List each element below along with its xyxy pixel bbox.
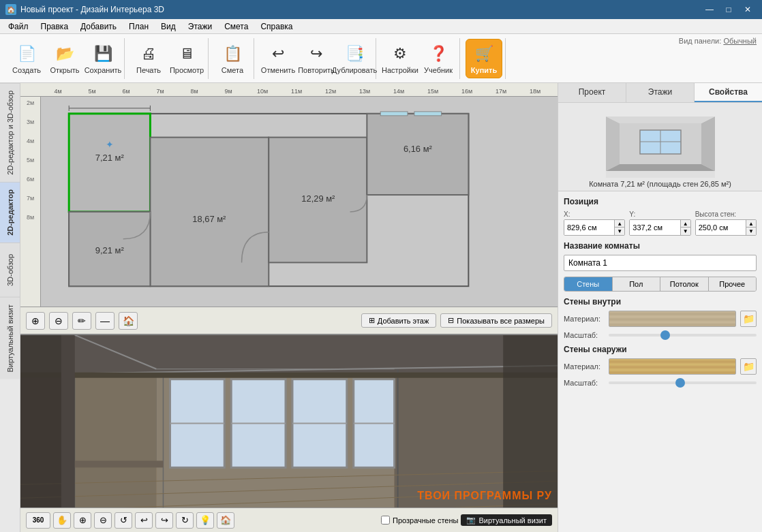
maximize-button[interactable]: □ <box>720 3 737 16</box>
create-icon: 📄 <box>16 43 37 65</box>
hand-button[interactable]: ✋ <box>53 512 71 529</box>
svg-text:12,29 м²: 12,29 м² <box>301 193 335 204</box>
ruler-mark: 7м <box>143 88 177 95</box>
tab-properties[interactable]: Свойства <box>695 83 762 102</box>
menu-help[interactable]: Справка <box>255 20 298 33</box>
menu-floors[interactable]: Этажи <box>183 20 217 33</box>
redo-3d-button[interactable]: ↪ <box>155 512 173 529</box>
title-bar-controls[interactable]: — □ ✕ <box>701 3 757 16</box>
view-3d-bottom: 360 ✋ ⊕ ⊖ ↺ ↩ ↪ ↻ 💡 🏠 Прозрачные стены 📷… <box>20 507 558 532</box>
menu-add[interactable]: Добавить <box>75 20 122 33</box>
settings-button[interactable]: ⚙ Настройки <box>382 39 418 78</box>
walls-inside-scale-label: Масштаб: <box>564 331 605 339</box>
main-area: 2D-редактор и 3D-обзор 2D-редактор 3D-об… <box>0 83 762 532</box>
add-floor-button[interactable]: ⊞ Добавить этаж <box>361 313 436 328</box>
open-button[interactable]: 📂 Открыть <box>46 39 83 78</box>
x-input[interactable] <box>564 220 614 235</box>
rotate-right-button[interactable]: ↻ <box>176 512 194 529</box>
y-down-button[interactable]: ▼ <box>681 228 690 235</box>
walls-outside-folder-button[interactable]: 📁 <box>740 358 757 375</box>
close-button[interactable]: ✕ <box>739 3 757 16</box>
buy-button[interactable]: 🛒 Купить <box>466 39 502 78</box>
walls-outside-scale-thumb[interactable] <box>675 378 685 388</box>
create-button[interactable]: 📄 Создать <box>8 39 45 78</box>
undo-3d-button[interactable]: ↩ <box>135 512 153 529</box>
tab-project[interactable]: Проект <box>558 83 626 102</box>
estimate-label: Смета <box>222 66 243 74</box>
minimize-button[interactable]: — <box>701 3 718 16</box>
room-name-input[interactable] <box>564 255 757 271</box>
svg-rect-13 <box>414 112 442 116</box>
show-sizes-button[interactable]: ⊟ Показывать все размеры <box>440 313 552 328</box>
zoom-out-button[interactable]: ⊖ <box>49 312 68 330</box>
menu-view[interactable]: Вид <box>155 20 181 33</box>
right-panel: Проект Этажи Свойства <box>558 83 762 532</box>
undo-button[interactable]: ↩ Отменить <box>260 39 296 78</box>
rotate-left-button[interactable]: ↺ <box>115 512 132 529</box>
menu-estimate[interactable]: Смета <box>219 20 254 33</box>
transparent-walls-check[interactable]: Прозрачные стены <box>381 516 458 525</box>
y-up-button[interactable]: ▲ <box>681 220 690 228</box>
x-label: X: <box>564 210 625 218</box>
transparent-walls-checkbox[interactable] <box>381 516 390 525</box>
mat-tab-ceiling[interactable]: Потолок <box>660 277 709 291</box>
sidebar-tab-2d3d[interactable]: 2D-редактор и 3D-обзор <box>0 83 20 182</box>
sidebar-tab-3d[interactable]: 3D-обзор <box>0 242 20 297</box>
walls-outside-mat-preview[interactable] <box>609 358 736 375</box>
zoom-in-button[interactable]: ⊕ <box>26 312 45 330</box>
ruler-marks: 4м 5м 6м 7м 8м 9м 10м 11м 12м 13м 14м 15… <box>41 83 558 96</box>
height-label: Высота стен: <box>695 210 757 218</box>
mat-tab-walls[interactable]: Стены <box>564 277 613 291</box>
home-3d-button[interactable]: 🏠 <box>217 512 234 529</box>
preview-button[interactable]: 🖥 Просмотр <box>168 39 205 78</box>
redo-button[interactable]: ↪ Повторить <box>298 39 335 78</box>
menu-file[interactable]: Файл <box>3 20 34 33</box>
menu-plan[interactable]: План <box>123 20 154 33</box>
floor-plan[interactable]: 7,21 м² 18,67 м² 12,29 м² 6,16 м² 9,21 м… <box>41 97 558 307</box>
walls-inside-scale-thumb[interactable] <box>660 330 670 340</box>
ruler-mark: 15м <box>416 88 450 95</box>
height-input-wrap: ▲ ▼ <box>695 219 757 236</box>
home-2d-button[interactable]: 🏠 <box>119 312 138 330</box>
view-3d[interactable]: ТВОИ ПРОГРАММЫ РУ 360 ✋ ⊕ ⊖ ↺ ↩ ↪ ↻ 💡 🏠 … <box>20 335 558 532</box>
toolbar-group-print: 🖨 Печать 🖥 Просмотр <box>127 38 209 79</box>
menu-edit[interactable]: Правка <box>35 20 74 33</box>
buy-icon: 🛒 <box>473 43 495 65</box>
pencil-button[interactable]: ✏ <box>72 312 91 330</box>
svg-marker-52 <box>606 164 715 171</box>
ruler-mark: 10м <box>245 88 279 95</box>
sidebar-tab-2d[interactable]: 2D-редактор <box>0 182 20 242</box>
height-down-button[interactable]: ▼ <box>746 228 756 235</box>
sidebar-tab-virtual[interactable]: Виртуальный визит <box>0 297 20 379</box>
tutorial-button[interactable]: ❓ Учебник <box>420 39 457 78</box>
height-input[interactable] <box>696 220 746 235</box>
duplicate-button[interactable]: 📑 Дублировать <box>336 39 373 78</box>
save-button[interactable]: 💾 Сохранить <box>85 39 121 78</box>
zoom-out-3d-button[interactable]: ⊖ <box>94 512 112 529</box>
ruler-mark: 19м <box>552 88 558 95</box>
eraser-button[interactable]: — <box>95 312 115 330</box>
walls-inside-folder-button[interactable]: 📁 <box>740 311 757 327</box>
walls-outside-scale-slider[interactable] <box>609 381 757 384</box>
360-button[interactable]: 360 <box>26 512 50 529</box>
light-button[interactable]: 💡 <box>196 512 214 529</box>
virtual-visit-button[interactable]: 📷 Виртуальный визит <box>461 514 552 526</box>
walls-inside-scale-slider[interactable] <box>609 334 757 337</box>
svg-text:6,16 м²: 6,16 м² <box>403 144 433 154</box>
x-down-button[interactable]: ▼ <box>615 228 624 235</box>
editor-2d: 4м 5м 6м 7м 8м 9м 10м 11м 12м 13м 14м 15… <box>20 83 558 335</box>
walls-inside-mat-preview[interactable] <box>609 311 736 327</box>
menu-bar: Файл Правка Добавить План Вид Этажи Смет… <box>0 19 762 34</box>
toolbar-group-estimate: 📋 Смета <box>211 38 254 79</box>
print-button[interactable]: 🖨 Печать <box>130 39 167 78</box>
walls-inside-scale-row: Масштаб: <box>564 331 757 339</box>
mat-tab-other[interactable]: Прочее <box>709 277 757 291</box>
y-input[interactable] <box>630 220 680 235</box>
x-up-button[interactable]: ▲ <box>615 220 624 228</box>
mat-tab-floor[interactable]: Пол <box>613 277 661 291</box>
height-up-button[interactable]: ▲ <box>746 220 756 228</box>
tab-floors[interactable]: Этажи <box>626 83 695 102</box>
3d-scene <box>20 335 558 532</box>
zoom-in-3d-button[interactable]: ⊕ <box>74 512 91 529</box>
estimate-button[interactable]: 📋 Смета <box>214 39 251 78</box>
